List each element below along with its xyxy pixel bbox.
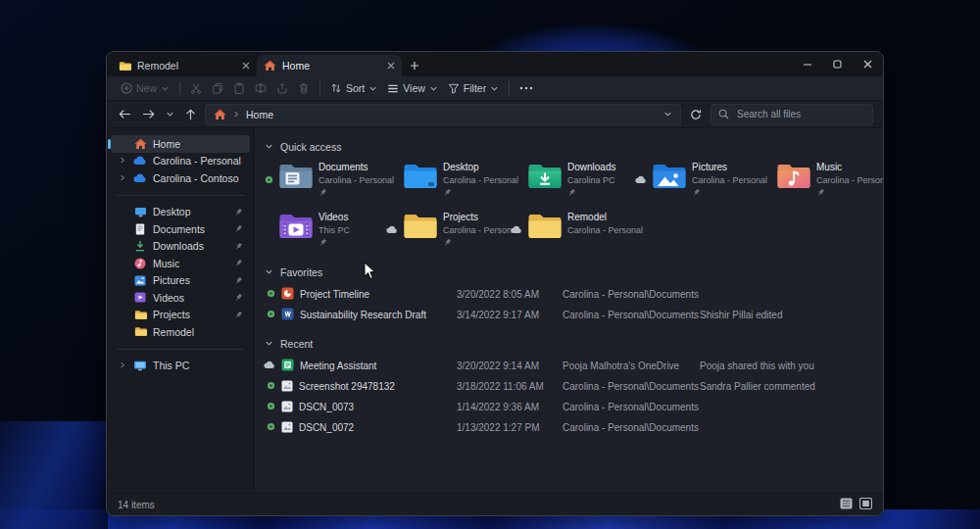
sort-icon bbox=[330, 82, 342, 94]
sidebar-item-pictures[interactable]: Pictures bbox=[111, 272, 250, 290]
tab-close-icon[interactable] bbox=[387, 62, 395, 70]
tile-name: Downloads bbox=[567, 162, 615, 172]
rename-button[interactable] bbox=[250, 78, 271, 98]
sidebar-item-desktop[interactable]: Desktop bbox=[111, 204, 250, 221]
tab-close-icon[interactable] bbox=[242, 62, 250, 70]
pin-icon bbox=[816, 188, 883, 197]
sidebar-item-home[interactable]: Home bbox=[111, 135, 250, 153]
file-row-screenshot-29478132[interactable]: Screenshot 29478132 3/18/2022 11:06 AM C… bbox=[263, 376, 879, 397]
section-header-favorites[interactable]: Favorites bbox=[265, 264, 879, 280]
file-row-dscn-0072[interactable]: DSCN_0072 1/13/2022 1:27 PM Carolina - P… bbox=[263, 417, 879, 438]
sidebar-item-this-pc[interactable]: This PC bbox=[111, 358, 250, 375]
search-box[interactable] bbox=[710, 104, 873, 125]
sidebar-item-label: Remodel bbox=[153, 326, 194, 338]
quick-access-tile-desktop[interactable]: Desktop Carolina - Personal bbox=[387, 161, 511, 202]
image-file-icon bbox=[281, 401, 293, 414]
address-dropdown-icon[interactable] bbox=[663, 110, 672, 119]
view-button[interactable]: View bbox=[382, 78, 443, 98]
breadcrumb[interactable]: Home bbox=[205, 104, 681, 125]
toolbar-divider bbox=[509, 81, 510, 95]
quick-access-tile-music[interactable]: Music Carolina - Personal bbox=[760, 161, 883, 202]
sidebar-item-videos[interactable]: Videos bbox=[111, 289, 250, 307]
section-title: Recent bbox=[280, 338, 313, 350]
file-name: DSCN_0072 bbox=[299, 422, 354, 433]
tile-location: Carolina - Personal bbox=[318, 175, 394, 185]
sidebar-item-label: Carolina - Personal bbox=[153, 155, 241, 167]
maximize-button[interactable] bbox=[822, 52, 853, 76]
status-bar: 14 items bbox=[107, 493, 883, 515]
sidebar-item-label: Projects bbox=[153, 309, 190, 320]
new-tab-button[interactable] bbox=[402, 55, 427, 76]
large-icons-view-button[interactable] bbox=[859, 498, 872, 511]
sidebar-item-projects[interactable]: Projects bbox=[111, 307, 250, 324]
file-row-sustainability-research-draft[interactable]: Sustainability Research Draft 3/14/2022 … bbox=[263, 305, 879, 325]
items-count: 14 items bbox=[118, 500, 155, 510]
tile-location: Carolina - Personal bbox=[567, 225, 643, 235]
up-button[interactable] bbox=[183, 107, 198, 122]
file-date: 3/14/2022 9:17 AM bbox=[457, 310, 563, 320]
quick-access-tile-downloads[interactable]: Downloads Carolina PC bbox=[512, 161, 635, 202]
command-bar: New Sort View Filter bbox=[107, 76, 883, 101]
forward-button[interactable] bbox=[140, 107, 157, 121]
refresh-button[interactable] bbox=[688, 107, 704, 122]
sidebar-item-carolina-contoso[interactable]: Carolina - Contoso bbox=[111, 169, 250, 187]
sidebar-item-documents[interactable]: Documents bbox=[111, 220, 250, 238]
sidebar-item-downloads[interactable]: Downloads bbox=[111, 238, 250, 256]
section-header-quick-access[interactable]: Quick access bbox=[265, 138, 879, 155]
cloud-sync-icon bbox=[635, 170, 647, 202]
recent-locations-button[interactable] bbox=[164, 108, 176, 120]
desktop-icon bbox=[133, 207, 147, 217]
pin-icon bbox=[234, 276, 243, 285]
file-row-dscn-0073[interactable]: DSCN_0073 1/14/2022 9:36 AM Carolina - P… bbox=[263, 397, 879, 417]
cloud-icon bbox=[133, 173, 147, 183]
file-activity: Pooja shared this with you bbox=[700, 361, 879, 371]
back-button[interactable] bbox=[117, 107, 133, 121]
file-row-meeting-assistant[interactable]: Meeting Assistant 3/20/2022 9:14 AM Pooj… bbox=[263, 356, 879, 376]
chevron-down-icon bbox=[429, 84, 438, 93]
sync-status-icon bbox=[267, 422, 275, 433]
new-button[interactable]: New bbox=[116, 78, 174, 98]
sidebar-item-remodel[interactable]: Remodel bbox=[111, 323, 250, 341]
share-button[interactable] bbox=[271, 78, 293, 98]
search-input[interactable] bbox=[735, 108, 865, 120]
delete-button[interactable] bbox=[293, 78, 315, 98]
cut-button[interactable] bbox=[185, 78, 207, 98]
quick-access-tile-videos[interactable]: Videos This PC bbox=[263, 211, 386, 252]
copy-button[interactable] bbox=[207, 78, 228, 98]
close-button[interactable] bbox=[853, 52, 883, 76]
details-view-button[interactable] bbox=[840, 498, 853, 511]
sidebar-item-music[interactable]: Music bbox=[111, 255, 250, 272]
chevron-down-icon bbox=[490, 84, 499, 93]
breadcrumb-segment[interactable]: Home bbox=[246, 109, 273, 120]
sidebar-item-label: Desktop bbox=[153, 206, 191, 217]
sort-button-label: Sort bbox=[346, 82, 365, 94]
expand-chevron-icon[interactable] bbox=[119, 360, 126, 371]
sidebar-item-carolina-personal[interactable]: Carolina - Personal bbox=[111, 153, 250, 170]
quick-access-tile-remodel[interactable]: Remodel Carolina - Personal bbox=[512, 211, 635, 252]
file-row-project-timeline[interactable]: Project Timeline 3/20/2022 8:05 AM Carol… bbox=[263, 284, 879, 305]
tile-name: Music bbox=[816, 162, 842, 172]
doc-green-file-icon bbox=[281, 359, 294, 373]
file-date: 3/20/2022 8:05 AM bbox=[457, 289, 563, 300]
quick-access-tile-pictures[interactable]: Pictures Carolina - Personal bbox=[636, 161, 760, 202]
file-location: Pooja Malhotra's OneDrive bbox=[563, 361, 700, 371]
minimize-button[interactable] bbox=[792, 52, 822, 76]
tile-location: Carolina - Personal bbox=[816, 175, 883, 185]
sync-status-icon bbox=[267, 310, 275, 320]
tab-remodel[interactable]: Remodel bbox=[112, 55, 257, 76]
tab-home[interactable]: Home bbox=[257, 55, 402, 76]
sidebar-divider bbox=[117, 349, 244, 350]
paste-button[interactable] bbox=[228, 78, 250, 98]
sidebar-divider bbox=[117, 195, 244, 196]
quick-access-tile-documents[interactable]: Documents Carolina - Personal bbox=[263, 161, 386, 202]
file-location: Carolina - Personal\Documents bbox=[563, 402, 700, 412]
section-header-recent[interactable]: Recent bbox=[265, 335, 879, 352]
more-options-button[interactable] bbox=[514, 78, 538, 98]
expand-chevron-icon[interactable] bbox=[119, 172, 126, 184]
sidebar-item-label: This PC bbox=[153, 360, 189, 371]
expand-chevron-icon[interactable] bbox=[119, 155, 126, 167]
pin-icon bbox=[234, 224, 243, 233]
filter-button[interactable]: Filter bbox=[443, 78, 504, 98]
quick-access-tile-projects[interactable]: Projects Carolina - Personal bbox=[387, 211, 511, 252]
sort-button[interactable]: Sort bbox=[325, 78, 382, 98]
